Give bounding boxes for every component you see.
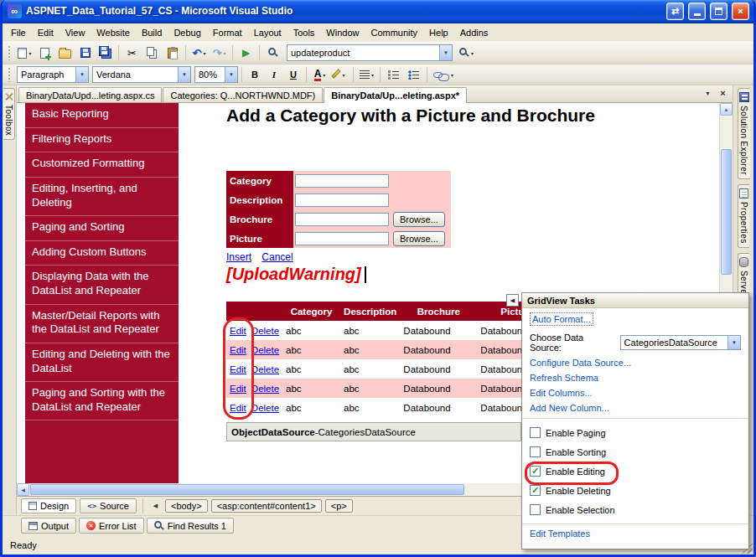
delete-link[interactable]: Delete <box>251 384 279 394</box>
sidebar-item-filtering-reports[interactable]: Filtering Reports <box>25 128 179 153</box>
close-document-button[interactable]: × <box>717 87 729 99</box>
doc-tab-updating-cs[interactable]: BinaryData/Upd...leting.aspx.cs <box>18 87 162 102</box>
copy-button[interactable] <box>142 44 162 62</box>
combo-arrow-icon[interactable]: ▼ <box>178 67 190 82</box>
edit-link[interactable]: Edit <box>230 345 246 355</box>
delete-link[interactable]: Delete <box>251 345 279 355</box>
bullet-list-button[interactable] <box>404 65 423 84</box>
enable-selection-checkbox[interactable] <box>530 504 541 515</box>
sidebar-item-basic-reporting[interactable]: Basic Reporting <box>25 103 179 128</box>
doc-tab-categories-mdf[interactable]: Categories: Q...NORTHWND.MDF) <box>163 87 323 102</box>
doc-tab-updating-aspx[interactable]: BinaryData/Up...eleting.aspx* <box>324 87 467 103</box>
delete-link[interactable]: Delete <box>251 326 279 336</box>
data-source-combobox[interactable]: CategoriesDataSource ▼ <box>620 335 741 350</box>
font-combobox[interactable]: Verdana ▼ <box>92 66 191 83</box>
command-combobox[interactable]: updateproduct ▼ <box>287 44 453 61</box>
menu-item-view[interactable]: View <box>60 25 91 40</box>
design-surface[interactable]: Basic Reporting Filtering Reports Custom… <box>17 103 719 483</box>
insert-link[interactable]: Insert <box>226 251 251 263</box>
tag-navigator-p[interactable]: <p> <box>325 499 353 513</box>
save-button[interactable] <box>75 44 95 62</box>
maximize-button[interactable] <box>710 3 728 20</box>
smart-tag-collapse-button[interactable]: ◀ <box>506 294 519 307</box>
description-field[interactable] <box>295 193 389 207</box>
category-field[interactable] <box>295 174 389 188</box>
float-window-button[interactable]: ⇄ <box>666 3 684 20</box>
scroll-left-button[interactable]: ◀ <box>17 483 29 496</box>
find-in-files-button[interactable] <box>263 44 282 62</box>
edit-templates-link[interactable]: Edit Templates <box>530 529 741 539</box>
underline-button[interactable]: U <box>284 66 303 83</box>
error-list-tab[interactable]: × Error List <box>79 518 144 534</box>
undo-button[interactable]: ↶▾ <box>189 44 209 62</box>
edit-columns-link[interactable]: Edit Columns... <box>530 388 741 398</box>
picture-browse-button[interactable]: Browse... <box>393 231 445 246</box>
cut-button[interactable]: ✂ <box>122 44 142 62</box>
sidebar-item-customized-formatting[interactable]: Customized Formatting <box>25 152 179 178</box>
minimize-button[interactable] <box>688 3 706 20</box>
vertical-scroll-thumb[interactable] <box>721 149 732 275</box>
menu-item-layout[interactable]: Layout <box>248 25 287 40</box>
font-size-combobox[interactable]: 80% ▼ <box>194 66 238 83</box>
enable-paging-checkbox[interactable] <box>530 427 541 438</box>
edit-link[interactable]: Edit <box>230 326 246 336</box>
sidebar-item-displaying-datalist-repeater[interactable]: Displaying Data with the DataList and Re… <box>25 266 179 304</box>
enable-sorting-checkbox[interactable] <box>530 446 541 457</box>
design-view-button[interactable]: Design <box>21 498 76 513</box>
add-item-button[interactable] <box>35 44 54 62</box>
menu-item-addins[interactable]: Addins <box>454 25 495 40</box>
sidebar-item-editing-deleting-datalist[interactable]: Editing and Deleting with the DataList <box>25 343 179 382</box>
delete-link[interactable]: Delete <box>251 364 279 374</box>
sidebar-item-editing-inserting-deleting[interactable]: Editing, Inserting, and Deleting <box>25 178 179 216</box>
menu-item-window[interactable]: Window <box>320 25 365 40</box>
output-tab[interactable]: Output <box>21 518 76 534</box>
menu-item-edit[interactable]: Edit <box>32 25 60 40</box>
italic-button[interactable]: I <box>265 66 283 83</box>
sidebar-item-master-detail-datalist[interactable]: Master/Detail Reports with the DataList … <box>25 305 179 343</box>
sidebar-item-paging-sorting-datalist[interactable]: Paging and Sorting with the DataList and… <box>25 382 179 420</box>
menu-item-website[interactable]: Website <box>91 25 136 40</box>
menu-item-tools[interactable]: Tools <box>287 25 321 40</box>
combo-arrow-icon[interactable]: ▼ <box>439 45 452 60</box>
menu-item-debug[interactable]: Debug <box>168 25 206 40</box>
combo-arrow-icon[interactable]: ▼ <box>728 336 740 349</box>
open-file-button[interactable] <box>55 44 75 62</box>
redo-button[interactable]: ↷▾ <box>210 44 229 62</box>
source-view-button[interactable]: <> Source <box>80 498 137 513</box>
menu-item-build[interactable]: Build <box>136 25 168 40</box>
edit-link[interactable]: Edit <box>230 384 246 394</box>
menu-item-format[interactable]: Format <box>207 25 248 40</box>
edit-link[interactable]: Edit <box>230 403 246 413</box>
toolbar-grip[interactable] <box>8 45 12 60</box>
solution-explorer-tab[interactable]: Solution Explorer <box>738 88 750 179</box>
sidebar-item-adding-custom-buttons[interactable]: Adding Custom Buttons <box>25 241 179 266</box>
save-all-button[interactable] <box>96 44 115 62</box>
hyperlink-button[interactable] <box>431 65 450 84</box>
find-results-tab[interactable]: Find Results 1 <box>147 518 234 534</box>
sidebar-item-paging-sorting[interactable]: Paging and Sorting <box>25 216 179 241</box>
properties-tab[interactable]: Properties <box>738 184 749 248</box>
edit-link[interactable]: Edit <box>230 364 246 374</box>
new-item-button[interactable]: ▾ <box>15 44 34 62</box>
horizontal-scroll-thumb[interactable] <box>30 484 464 495</box>
alignment-button[interactable]: ▾ <box>357 65 376 84</box>
menu-item-community[interactable]: Community <box>365 25 423 40</box>
toolbar-grip[interactable] <box>8 67 12 82</box>
picture-field[interactable] <box>295 232 389 245</box>
font-color-button[interactable]: A▾ <box>310 65 329 84</box>
close-button[interactable]: × <box>732 3 749 20</box>
delete-link[interactable]: Delete <box>251 403 279 413</box>
toolbar-overflow-icon[interactable]: ▾ <box>451 72 453 78</box>
configure-data-source-link[interactable]: Configure Data Source... <box>530 358 741 368</box>
refresh-schema-link[interactable]: Refresh Schema <box>530 373 741 383</box>
enable-deleting-checkbox[interactable]: ✓ <box>530 485 541 496</box>
scroll-up-button[interactable]: ▲ <box>720 103 733 116</box>
tag-navigator-body[interactable]: <body> <box>165 499 208 513</box>
find-symbol-button[interactable]: ▾ <box>457 44 476 62</box>
combo-arrow-icon[interactable]: ▼ <box>225 67 237 82</box>
bold-button[interactable]: B <box>246 66 264 83</box>
paste-button[interactable] <box>163 44 182 62</box>
add-new-column-link[interactable]: Add New Column... <box>530 403 741 413</box>
tag-navigator-content[interactable]: <asp:content#content1> <box>211 499 322 513</box>
numbered-list-button[interactable] <box>384 65 403 84</box>
